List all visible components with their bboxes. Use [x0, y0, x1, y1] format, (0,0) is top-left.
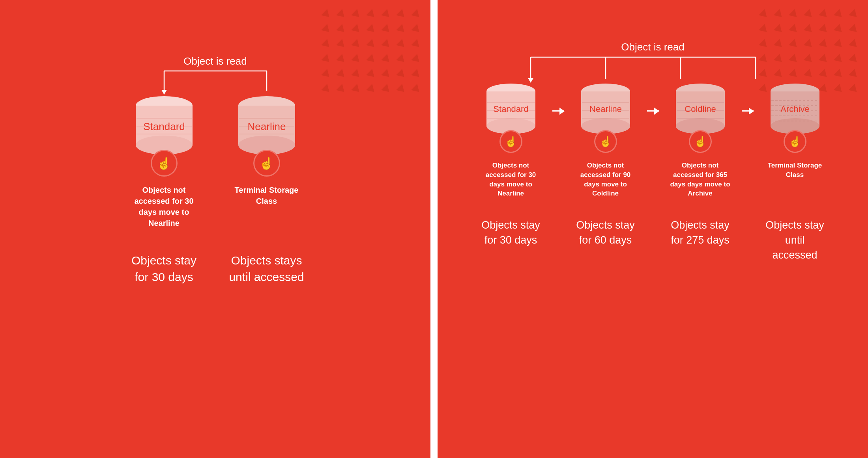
archive-cylinder-right: Archive [767, 79, 823, 138]
svg-text:Archive: Archive [780, 104, 809, 114]
standard-desc-left: Objects not accessed for 30 days move to… [129, 184, 200, 229]
coldline-cylinder-group-right: Coldline ☝ Objects not accessed for 365 … [667, 79, 734, 198]
standard-cylinder-group-right: Standard ☝ Objects not accessed for 30 d… [477, 79, 544, 198]
standard-touch-icon: ☝ [151, 150, 178, 177]
left-panel: Object is read Standard ☝ [0, 0, 430, 458]
bottom-label-coldline-right: Objects stay for 275 days [667, 218, 734, 263]
standard-cylinder-group: Standard ☝ Objects not accessed for 30 d… [125, 91, 204, 229]
nearline-touch-icon: ☝ [253, 150, 280, 177]
svg-text:Standard: Standard [143, 121, 185, 132]
coldline-desc-right: Objects not accessed for 365 days days m… [670, 161, 731, 198]
svg-text:Nearline: Nearline [247, 121, 286, 132]
object-read-label-right: Object is read [621, 41, 684, 53]
svg-text:Nearline: Nearline [589, 104, 622, 114]
coldline-cylinder-right: Coldline [673, 79, 728, 138]
connection-lines-right [495, 32, 811, 83]
svg-marker-3 [161, 90, 167, 95]
svg-text:Standard: Standard [493, 104, 528, 114]
nearline-desc-right: Objects not accessed for 90 days move to… [575, 161, 636, 198]
archive-touch-right: ☝ [784, 130, 806, 153]
nearline-cylinder-group: Nearline ☝ Terminal Storage Class [227, 91, 306, 207]
nearline-cylinder-group-right: Nearline ☝ Objects not accessed for 90 d… [572, 79, 639, 198]
archive-desc-right: Terminal Storage Class [764, 161, 825, 180]
bottom-label-archive-right: Objects stay until accessed [761, 218, 829, 263]
object-read-label-left: Object is read [183, 55, 247, 67]
panel-divider [430, 0, 438, 458]
bottom-label-nearline-right: Objects stay for 60 days [572, 218, 639, 263]
archive-cylinder-group-right: Archive ☝ Terminal Storage Class [761, 79, 829, 180]
right-panel: Object is read Standard ☝ Objects not a [438, 0, 868, 458]
standard-cylinder-svg: Standard [133, 91, 196, 158]
bottom-label-nearline-left: Objects stays until accessed [227, 252, 306, 285]
nearline-cylinder-right: Nearline [578, 79, 633, 138]
coldline-touch-right: ☝ [689, 130, 712, 153]
standard-cylinder-right: Standard [483, 79, 539, 138]
svg-marker-23 [528, 78, 533, 83]
standard-desc-right: Objects not accessed for 30 days move to… [480, 161, 541, 198]
nearline-cylinder-svg: Nearline [235, 91, 298, 158]
connection-lines-left [117, 47, 314, 95]
nearline-desc-left: Terminal Storage Class [231, 184, 302, 207]
bottom-label-standard-right: Objects stay for 30 days [477, 218, 544, 263]
svg-text:Coldline: Coldline [685, 104, 716, 114]
standard-touch-right: ☝ [499, 130, 522, 153]
nearline-touch-right: ☝ [594, 130, 617, 153]
bottom-label-standard-left: Objects stay for 30 days [125, 252, 204, 285]
